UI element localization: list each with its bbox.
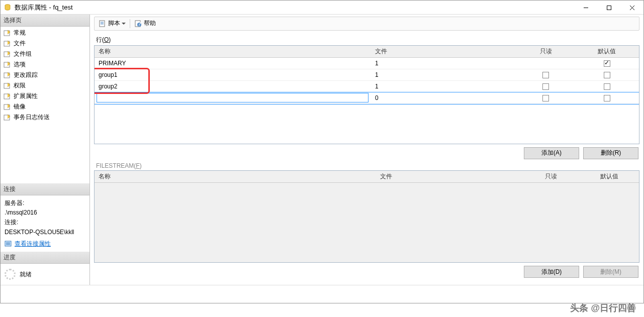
svg-rect-18 — [100, 21, 105, 27]
table-row[interactable]: group1 1 — [95, 69, 639, 81]
maximize-button[interactable] — [597, 1, 620, 15]
col-file[interactable]: 文件 — [371, 46, 517, 57]
server-value: .\mssql2016 — [5, 208, 85, 218]
filestream-grid-header: 名称 文件 只读 默认值 — [95, 171, 639, 183]
toolbar: 脚本 ? 帮助 — [94, 17, 639, 31]
col-name[interactable]: 名称 — [95, 46, 371, 57]
page-icon — [4, 51, 12, 58]
checkbox-icon[interactable] — [542, 95, 549, 101]
conn-value: DESKTOP-QSLOU5E\kkll — [5, 228, 85, 237]
table-row-editing[interactable]: 0 — [95, 92, 639, 104]
nav-label: 选项 — [14, 60, 26, 69]
nav-filegroups[interactable]: 文件组 — [1, 49, 89, 59]
nav-general[interactable]: 常规 — [1, 28, 89, 38]
page-nav-list: 常规 文件 文件组 选项 更改跟踪 权限 扩展属性 镜像 事务日志传送 — [1, 27, 89, 124]
select-page-header: 选择页 — [1, 15, 89, 27]
help-icon: ? — [134, 20, 142, 28]
nav-mirroring[interactable]: 镜像 — [1, 101, 89, 112]
nav-label: 权限 — [14, 81, 26, 90]
script-button[interactable]: 脚本 — [97, 18, 128, 29]
cell-file: 0 — [371, 93, 517, 102]
help-label: 帮助 — [144, 19, 156, 28]
nav-label: 常规 — [14, 29, 26, 37]
add-filestream-button[interactable]: 添加(D) — [524, 266, 579, 278]
remove-row-button[interactable]: 删除(R) — [583, 147, 638, 159]
help-button[interactable]: ? 帮助 — [132, 18, 158, 29]
remove-filestream-button[interactable]: 删除(M) — [583, 266, 638, 278]
col-readonly[interactable]: 只读 — [517, 46, 575, 57]
cell-default — [575, 59, 639, 68]
page-icon — [4, 61, 12, 68]
conn-label: 连接: — [5, 218, 85, 227]
sidebar: 选择页 常规 文件 文件组 选项 更改跟踪 权限 扩展属性 镜像 事务日志传送 … — [1, 15, 90, 285]
nav-permissions[interactable]: 权限 — [1, 80, 89, 91]
add-row-button[interactable]: 添加(A) — [524, 147, 579, 159]
watermark: 头条 @日行四善 — [570, 302, 636, 314]
toolbar-separator — [130, 19, 130, 28]
progress-header: 进度 — [1, 252, 89, 264]
col-default[interactable]: 默认值 — [580, 171, 639, 182]
close-button[interactable] — [620, 1, 643, 15]
filestream-grid-body — [95, 183, 639, 193]
main-content: 脚本 ? 帮助 行(O) 名称 文件 只读 默认值 — [90, 15, 643, 285]
nav-label: 扩展属性 — [14, 92, 38, 100]
connection-info: 服务器: .\mssql2016 连接: DESKTOP-QSLOU5E\kkl… — [1, 195, 89, 252]
chevron-down-icon — [122, 23, 126, 25]
page-icon — [4, 114, 12, 121]
page-icon — [4, 40, 12, 47]
svg-rect-2 — [607, 6, 611, 10]
page-icon — [4, 82, 12, 89]
cell-name-input[interactable] — [95, 92, 371, 103]
script-label: 脚本 — [108, 19, 120, 28]
nav-files[interactable]: 文件 — [1, 38, 89, 49]
rows-section-label: 行(O) — [94, 36, 639, 44]
progress-status: 就绪 — [20, 270, 32, 279]
nav-change-tracking[interactable]: 更改跟踪 — [1, 70, 89, 80]
cell-file: 1 — [371, 59, 517, 68]
checkbox-icon[interactable] — [604, 60, 610, 67]
checkbox-icon[interactable] — [542, 72, 549, 78]
cell-name: group2 — [95, 82, 371, 91]
database-icon — [4, 4, 12, 12]
nav-label: 事务日志传送 — [14, 113, 50, 122]
minimize-button[interactable] — [574, 1, 597, 15]
filestream-section-label: FILESTREAM(F) — [94, 162, 639, 169]
col-default[interactable]: 默认值 — [575, 46, 639, 57]
checkbox-icon[interactable] — [542, 83, 549, 90]
col-name[interactable]: 名称 — [95, 171, 376, 182]
filestream-buttons: 添加(D) 删除(M) — [95, 266, 638, 278]
nav-extended-props[interactable]: 扩展属性 — [1, 91, 89, 101]
connection-header: 连接 — [1, 183, 89, 195]
view-connection-link[interactable]: 查看连接属性 — [15, 239, 51, 249]
rows-grid-body: PRIMARY 1 group1 1 group2 1 — [95, 58, 639, 144]
col-file[interactable]: 文件 — [376, 171, 522, 182]
table-row[interactable]: group2 1 — [95, 81, 639, 92]
page-icon — [4, 93, 12, 100]
col-readonly[interactable]: 只读 — [522, 171, 580, 182]
window-title: 数据库属性 - fq_test — [15, 3, 574, 12]
cell-file: 1 — [371, 70, 517, 79]
table-row[interactable]: PRIMARY 1 — [95, 58, 639, 69]
checkbox-icon[interactable] — [604, 95, 610, 101]
cell-default — [575, 93, 639, 102]
progress-box: 就绪 — [1, 264, 89, 285]
cell-name: group1 — [95, 70, 371, 79]
cell-readonly — [517, 82, 575, 91]
dialog-footer: 确定 取消 — [1, 285, 643, 303]
properties-icon — [5, 240, 13, 247]
page-icon — [4, 30, 12, 37]
cell-default — [575, 82, 639, 91]
cell-readonly — [517, 70, 575, 79]
nav-log-shipping[interactable]: 事务日志传送 — [1, 112, 89, 123]
nav-label: 更改跟踪 — [14, 71, 38, 79]
dialog-window: 数据库属性 - fq_test 选择页 常规 文件 文件组 选项 更改跟踪 权限… — [0, 0, 644, 303]
cell-readonly — [517, 93, 575, 102]
checkbox-icon[interactable] — [604, 72, 610, 78]
page-icon — [4, 103, 12, 111]
svg-text:?: ? — [138, 21, 141, 28]
script-icon — [99, 20, 107, 28]
checkbox-icon[interactable] — [604, 83, 610, 90]
page-icon — [4, 72, 12, 79]
nav-label: 镜像 — [14, 102, 26, 111]
nav-options[interactable]: 选项 — [1, 59, 89, 70]
